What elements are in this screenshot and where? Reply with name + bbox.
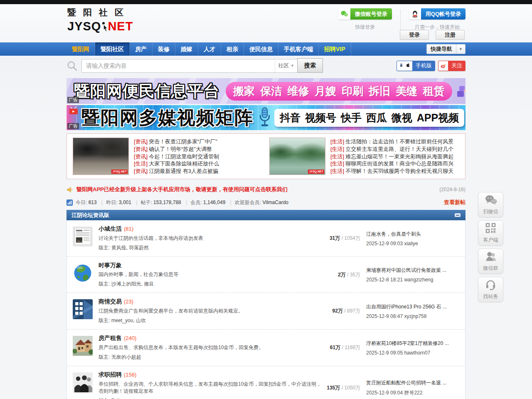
globe-icon[interactable] [73, 263, 93, 283]
forum-lastpost[interactable]: 柬埔寨将对中国公民试行免签政策 ... 2025-12-8 18:21 wang… [366, 267, 460, 283]
microphone-icon [259, 107, 271, 130]
news-category-tag: [资讯] [134, 168, 148, 174]
news-category-tag: [生活] [330, 138, 344, 145]
forum-description: 讨论关于江阴的生活话题，非本地内容请勿发表 [99, 235, 323, 242]
news-link[interactable]: [资讯]江阴最新通报 有3人差点被骗 [134, 167, 267, 175]
nav-item-4[interactable]: 装修 [153, 42, 175, 56]
forum-lastpost[interactable]: 贯庄附近船舶配件公司招聘一名退 ... 2025-12-9 09:04 胖哥22… [366, 379, 460, 397]
forum-title-link[interactable]: 时事万象 [99, 262, 122, 268]
nav-item-7[interactable]: 相亲 [221, 42, 244, 56]
chevron-down-icon: ▼ [456, 44, 465, 54]
banner2-title: 暨阳网多媒视频矩阵 [81, 106, 254, 130]
news-link[interactable]: [生活]生活随拍：边走边拍！不要错过眼前任何风景 [330, 138, 464, 145]
quick-nav-button[interactable]: 快捷导航 ▼ [426, 44, 466, 54]
search-scope-select[interactable]: 社区 ▼ [275, 59, 297, 72]
news-col-right: [生活]生活随拍：边走边拍！不要错过眼前任何风景 [生活]立交桥主车道里走路、逆… [330, 137, 464, 175]
ad-banner-services[interactable]: 暨阳网便民信息平台 搬家 保洁 维修 月嫂 印刷 拆旧 美缝 租赁 广告 [66, 78, 466, 104]
news-link[interactable]: [生活]聊聊周庄街道的发展！商业中心总是随路而兴 [330, 160, 464, 167]
forum-description: 房产出租出售、求购信息发布，本版发布主题每次扣除10金币，回复免费。 [99, 344, 323, 351]
site-logo[interactable]: 暨阳社区 JYSQ NET [67, 7, 133, 34]
auth-buttons: 登录 注册 [400, 30, 465, 40]
forum-stats: 92万 / 897万 [323, 308, 360, 315]
news-col-left: [资讯]突击！夜查江阴多家“厂中厂” [资讯]确认了！明年“苏超”大调整 [资讯… [134, 137, 267, 175]
search-input[interactable] [82, 59, 275, 72]
float-button[interactable]: 扫微信 [478, 192, 503, 217]
news-link[interactable]: [生活]大家下面条除盐味精还放什么 [134, 160, 267, 167]
group-icon [485, 251, 497, 264]
house-icon[interactable] [73, 336, 93, 356]
news-category-tag: [生活] [330, 160, 344, 167]
chevron-down-icon: ▼ [291, 64, 294, 68]
news-link[interactable]: [生活]立交桥主车道里走路、逆行！天天碰到好几个 [330, 145, 464, 153]
main-nav: 暨阳网 暨阳社区 房产 装修 婚嫁 人才 相亲 便民信息 手机客户端 招聘VIP… [66, 42, 466, 56]
forum-row: 房产租售(240) 房产出租出售、求购信息发布，本版发布主题每次扣除10金币，回… [67, 330, 465, 366]
weibo-follow-button[interactable]: 关注 [438, 61, 466, 71]
news-link[interactable]: [资讯]突击！夜查江阴多家“厂中厂” [134, 138, 267, 145]
news-photo-left[interactable]: JYSQ.NET [73, 138, 129, 175]
ad-banner-video[interactable]: 暨阳网多媒视频矩阵 抖音 视频号 快手 西瓜 微视 APP视频 广告 [66, 105, 466, 130]
forum-title-link[interactable]: 房产租售 [99, 335, 122, 341]
search-row: 社区 ▼ 搜索 手机版 关注 [66, 56, 466, 76]
forum-section: 江阴论坛资讯版 小城生活(81) 讨论关于江阴的生活话题，非本地内容请勿发表 版… [66, 210, 466, 399]
announcement-link[interactable]: 暨阳网APP已经全新升级上架各大手机应用市场，敬请更新，有使用问题可点击联系我们 [76, 186, 288, 193]
nav-item-8[interactable]: 便民信息 [244, 42, 278, 56]
view-new-posts-link[interactable]: 查看新帖 [444, 199, 466, 206]
wechat-login-button[interactable]: 微信账号登录 [338, 8, 392, 20]
forum-row: 商情交易(23) 江阴免费商业广告和闲置交易平台，发布前请留意版内相关规定。 版… [67, 293, 465, 330]
nav-item-2[interactable]: 暨阳社区 [95, 42, 130, 56]
search-box: 社区 ▼ [81, 59, 298, 73]
float-button[interactable]: 找站务 [478, 277, 503, 302]
market-icon[interactable] [73, 299, 93, 319]
float-button[interactable]: 微信群 [478, 249, 503, 274]
wechat-gray-icon [485, 195, 497, 207]
forum-moderators[interactable]: 版主: meet_you, 山吹 [99, 317, 323, 324]
ad-label: 广告 [67, 97, 79, 103]
news-link[interactable]: [资讯]确认了！明年“苏超”大调整 [134, 145, 267, 153]
float-button[interactable]: 客户端 [478, 220, 503, 246]
login-button[interactable]: 登录 [400, 30, 429, 40]
news-link[interactable]: [生活]不理解！去买羽绒服两个导购全程无视只聊天 [330, 167, 464, 175]
horn-icon [66, 186, 74, 193]
forum-title-link[interactable]: 求职招聘 [99, 371, 122, 378]
banner2-services: 抖音 视频号 快手 西瓜 微视 APP视频 [274, 109, 464, 127]
forum-stats: 31万 / 1054万 [323, 235, 360, 242]
forum-stats: 61万 / 1169万 [323, 344, 360, 351]
mobile-version-button[interactable]: 手机版 [397, 61, 435, 71]
top-strip [0, 0, 532, 4]
announcement-bar: 暨阳网APP已经全新升级上架各大手机应用市场，敬请更新，有使用问题可点击联系我们… [66, 186, 466, 193]
news-link[interactable]: [资讯]今起！江阴这里临时交通管制 [134, 153, 267, 160]
nav-item-10[interactable]: 招聘VIP [319, 42, 351, 56]
forum-moderators[interactable]: 版主: Follow_me [99, 397, 323, 399]
forum-moderators[interactable]: 版主: 沙滩上的阳光, 撒旦 [99, 281, 323, 288]
forum-moderators[interactable]: 版主: 黄风怪, 羽落蔚然 [99, 244, 323, 251]
search-button[interactable]: 搜索 [297, 58, 323, 73]
nav-item-6[interactable]: 人才 [198, 42, 221, 56]
news-photo-right[interactable]: JYSQ.NET [269, 138, 325, 175]
forum-moderators[interactable]: 版主: 无敌的小超超 [99, 354, 323, 361]
people-icon[interactable] [73, 372, 93, 392]
login-area: 微信账号登录 快捷登录 用QQ帐号登录 只需一步，快速开始 [338, 8, 466, 32]
forum-row: 求职招聘(158) 单位招聘、企业咨询、个人求职等相关信息，发布主题每次扣除10… [67, 366, 465, 399]
site-header: 暨阳社区 JYSQ NET 微信账号登录 快捷登录 用QQ帐号登录 只需一步，快… [66, 4, 466, 42]
forum-section-title: 江阴论坛资讯版 [71, 212, 109, 219]
forum-lastpost[interactable]: 江南水务，你真是个刺头 2025-12-9 09:03 xialiye [366, 231, 460, 246]
newspaper-icon[interactable] [73, 227, 93, 246]
forum-stats: 2万 / 35万 [323, 271, 360, 278]
qq-login-block: 用QQ帐号登录 只需一步，快速开始 [409, 8, 466, 32]
forum-title-link[interactable]: 商情交易 [99, 298, 122, 305]
apple-icon [405, 62, 411, 69]
register-button[interactable]: 注册 [436, 30, 465, 40]
forum-lastpost[interactable]: 出自用国行iPhone13 Pro 256G 石 ... 2025-12-9 0… [366, 303, 460, 319]
banner1-illustration [456, 79, 466, 103]
forum-title-link[interactable]: 小城生活 [99, 225, 122, 232]
forum-lastpost[interactable]: 浮桥家苑10楼85平2室1厅精装修20 ... 2025-12-9 09:05 … [366, 340, 460, 356]
news-link[interactable]: [生活]难忘釜山烟花节！一束束光彩绚丽从海面腾起 [330, 153, 464, 160]
wechat-icon [338, 8, 350, 20]
nav-item-5[interactable]: 婚嫁 [175, 42, 198, 56]
collapse-button[interactable] [455, 213, 461, 217]
qq-login-button[interactable]: 用QQ帐号登录 [409, 8, 466, 20]
nav-item-3[interactable]: 房产 [130, 42, 153, 56]
watermark: JYSQ.NET [308, 170, 324, 174]
nav-item-9[interactable]: 手机客户端 [278, 42, 319, 56]
nav-item-1[interactable]: 暨阳网 [66, 42, 95, 56]
